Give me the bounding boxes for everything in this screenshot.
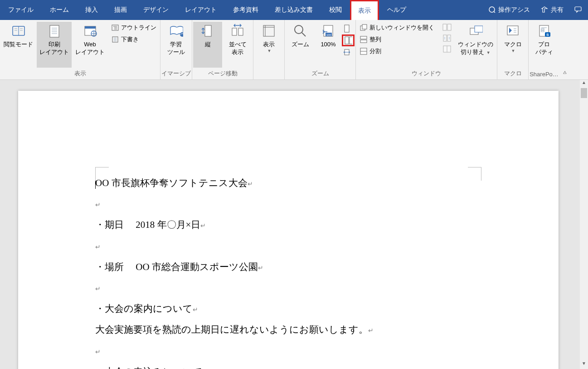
new-window-button[interactable]: 新しいウィンドウを開く: [357, 22, 437, 34]
arrange-all-button[interactable]: 整列: [357, 34, 437, 45]
view-side-by-side-icon: [442, 23, 452, 34]
tell-me[interactable]: 操作アシス: [483, 0, 535, 20]
multi-page-icon: [344, 36, 352, 44]
web-layout-button[interactable]: Web レイアウト: [73, 22, 107, 68]
switch-windows-icon: [468, 24, 483, 38]
ribbon-tabs-bar: ファイル ホーム 挿入 描画 デザイン レイアウト 参考資料 差し込み文書 校閲…: [0, 0, 588, 20]
scroll-up-button[interactable]: ▲: [580, 80, 588, 88]
zoom-icon: [293, 24, 307, 38]
zoom-label: ズーム: [292, 41, 309, 49]
tab-mailings[interactable]: 差し込み文書: [267, 0, 321, 20]
document-workspace: OO 市長旗杯争奪ソフトテニス大会↵ ↵ ・期日 2018 年〇月×日↵ ↵ ・…: [0, 80, 588, 369]
doc-line-guide: ・大会の案内について: [95, 303, 193, 314]
doc-line-guide2: 大会実施要項を熟読の上期日に遅れないようにお願いします。: [95, 324, 368, 335]
learning-tools-label1: 学習: [170, 41, 182, 49]
scroll-thumb[interactable]: [581, 88, 587, 98]
new-window-icon: [360, 24, 368, 32]
group-show: 表示 ▼: [253, 20, 285, 79]
doc-line-date: ・期日 2018 年〇月×日: [95, 219, 200, 230]
comments-button[interactable]: [569, 0, 588, 20]
zoom-button[interactable]: ズーム: [286, 22, 315, 68]
svg-rect-9: [50, 25, 59, 37]
learning-tools-button[interactable]: 学習 ツール: [161, 22, 190, 68]
chevron-down-icon: ▼: [485, 50, 490, 55]
tab-design[interactable]: デザイン: [135, 0, 177, 20]
draft-icon: [111, 35, 119, 44]
document-page[interactable]: OO 市長旗杯争奪ソフトテニス大会↵ ↵ ・期日 2018 年〇月×日↵ ↵ ・…: [18, 91, 559, 369]
show-icon: [262, 24, 276, 38]
tab-references[interactable]: 参考資料: [225, 0, 267, 20]
reading-mode-icon: [11, 24, 26, 38]
page-width-button[interactable]: [342, 46, 355, 58]
doc-line-apply: ・大会の申込みについて: [95, 366, 203, 369]
properties-button[interactable]: S プロ パティ: [530, 22, 559, 69]
properties-icon: S: [537, 24, 551, 38]
document-body[interactable]: OO 市長旗杯争奪ソフトテニス大会↵ ↵ ・期日 2018 年〇月×日↵ ↵ ・…: [95, 172, 481, 369]
share-label: 共有: [551, 6, 564, 14]
tab-insert[interactable]: 挿入: [77, 0, 106, 20]
group-zoom: ズーム 100 100%: [285, 20, 356, 79]
web-layout-icon: [83, 24, 97, 38]
switch-windows-button[interactable]: ウィンドウの 切り替え ▼: [455, 22, 496, 68]
group-show-label: [254, 69, 283, 79]
outline-button[interactable]: アウトライン: [108, 22, 159, 34]
tab-draw[interactable]: 描画: [106, 0, 135, 20]
svg-point-34: [295, 25, 303, 34]
arrange-all-label: 整列: [369, 35, 381, 44]
multi-page-button[interactable]: [342, 34, 355, 46]
group-sharepoint-label: SharePo…: [530, 69, 559, 79]
doc-line-place: ・場所 OO 市総合運動スポーツ公園: [95, 261, 258, 272]
print-layout-icon: [47, 24, 62, 38]
tab-view[interactable]: 表示: [350, 0, 379, 20]
split-button[interactable]: 分割: [357, 45, 437, 57]
learning-tools-label2: ツール: [167, 49, 185, 56]
share-button[interactable]: 共有: [535, 0, 569, 20]
one-page-icon: [343, 25, 351, 33]
show-dropdown[interactable]: 表示 ▼: [254, 22, 283, 69]
comment-icon: [574, 6, 583, 15]
vertical-button[interactable]: 縦: [193, 22, 222, 68]
tab-help[interactable]: ヘルプ: [379, 0, 414, 20]
svg-line-35: [302, 33, 306, 36]
print-layout-button[interactable]: 印刷 レイアウト: [37, 22, 72, 68]
svg-rect-46: [360, 40, 367, 43]
svg-rect-41: [350, 37, 352, 44]
svg-rect-29: [232, 28, 237, 35]
doc-title: OO 市長旗杯争奪ソフトテニス大会: [95, 177, 248, 188]
scroll-down-button[interactable]: ▼: [580, 361, 588, 369]
print-layout-label2: レイアウト: [39, 49, 69, 56]
tab-review[interactable]: 校閲: [321, 0, 350, 20]
draft-label: 下書き: [121, 35, 139, 44]
tab-layout[interactable]: レイアウト: [177, 0, 225, 20]
group-immersive-label: イマーシブ: [161, 68, 191, 79]
tab-file[interactable]: ファイル: [0, 0, 42, 20]
side-by-side-button[interactable]: 並べて 表示: [223, 22, 252, 68]
group-sharepoint: S プロ パティ SharePo…: [529, 20, 559, 79]
reading-mode-label: 閲覧モード: [4, 41, 33, 49]
macros-button[interactable]: マクロ ▼: [498, 22, 527, 68]
svg-rect-28: [205, 25, 211, 36]
tab-home[interactable]: ホーム: [42, 0, 77, 20]
collapse-ribbon-button[interactable]: ㅿ: [559, 69, 570, 79]
draft-button[interactable]: 下書き: [108, 34, 159, 45]
new-window-label: 新しいウィンドウを開く: [369, 24, 434, 32]
web-layout-label1: Web: [84, 41, 96, 49]
svg-rect-44: [362, 25, 367, 29]
group-macro-label: マクロ: [498, 68, 527, 79]
svg-rect-50: [447, 24, 451, 30]
hundred-percent-label: 100%: [321, 41, 335, 49]
macros-label: マクロ: [504, 41, 522, 49]
side-by-side-label1: 並べて: [229, 41, 247, 49]
group-immersive: 学習 ツール イマーシブ: [160, 20, 192, 79]
svg-rect-39: [345, 25, 349, 32]
svg-rect-45: [360, 36, 367, 39]
one-page-button[interactable]: [342, 23, 355, 34]
vertical-scrollbar[interactable]: ▲ ▼: [580, 80, 588, 369]
tell-me-label: 操作アシス: [498, 6, 530, 14]
reset-window-icon: [442, 44, 452, 55]
reading-mode-button[interactable]: 閲覧モード: [1, 22, 36, 68]
chevron-down-icon: ▼: [267, 49, 272, 54]
hundred-percent-button[interactable]: 100 100%: [316, 22, 341, 68]
show-label: 表示: [263, 41, 275, 49]
group-window: 新しいウィンドウを開く 整列 分割: [356, 20, 497, 79]
